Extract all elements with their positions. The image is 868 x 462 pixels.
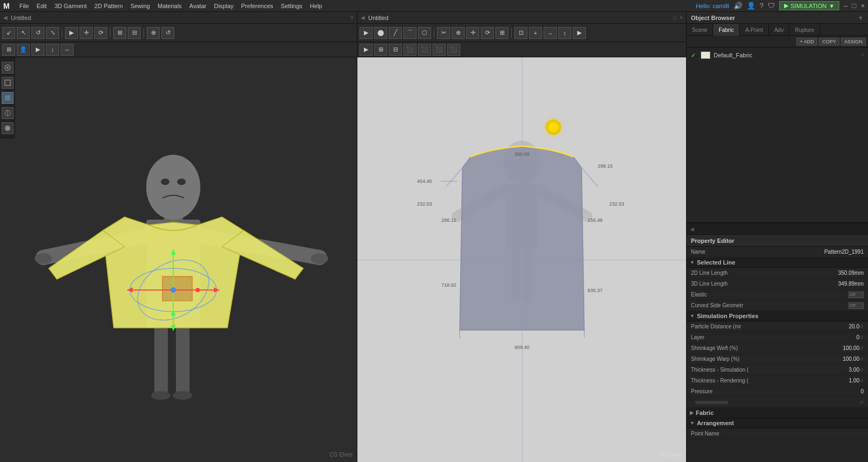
fabric-menu-icon[interactable]: ≡	[861, 52, 864, 58]
rotate3d-btn[interactable]: ⟳	[94, 27, 107, 39]
pe-value-layer[interactable]: 0	[816, 334, 859, 340]
pe-curved-side-toggle[interactable]: Off	[849, 302, 864, 309]
texture-icon[interactable]	[2, 107, 14, 119]
ob-copy-button[interactable]: COPY	[819, 38, 839, 45]
menu-2d-pattern[interactable]: 2D Pattern	[94, 3, 123, 9]
fabric-list-item[interactable]: ✓ Default_Fabric ≡	[689, 50, 866, 61]
view-btn[interactable]: ⊞	[2, 44, 15, 56]
pe-section-sim-props[interactable]: ▼ Simulation Properties	[687, 311, 868, 321]
pe-trender-reset-icon[interactable]: ↺	[859, 378, 864, 384]
front-view-icon[interactable]	[2, 62, 14, 74]
move-btn[interactable]: ↖	[17, 27, 30, 39]
tb2-btn1[interactable]: ▶	[360, 44, 373, 56]
pe-pressure-slider[interactable]	[695, 401, 728, 404]
zoom-out-btn[interactable]: –	[544, 27, 557, 39]
tb2-btn2[interactable]: ⊞	[374, 44, 387, 56]
pe-sweft-reset-icon[interactable]: ↺	[859, 346, 864, 351]
collapse-arrow-icon[interactable]: ◀	[690, 226, 694, 232]
pe-section-arrangement[interactable]: ▼ Arrangement	[687, 418, 868, 428]
arrange2-btn[interactable]: ⊟	[128, 27, 141, 39]
pe-particle-reset-icon[interactable]: ↺	[859, 324, 864, 329]
help-icon[interactable]: ?	[760, 2, 763, 10]
sim2-btn[interactable]: ↔	[61, 44, 74, 56]
simulation-button[interactable]: ▶ SIMULATION ▼	[779, 1, 839, 10]
left-title-close-icon[interactable]: ×	[350, 15, 354, 21]
menu-sewing[interactable]: Sewing	[130, 3, 150, 9]
pe-value-thickness-sim[interactable]: 3.00	[816, 367, 859, 373]
move3d-btn[interactable]: ✛	[80, 27, 93, 39]
ob-assign-button[interactable]: ASSIGN	[841, 38, 866, 45]
zoom-in-btn[interactable]: +	[529, 27, 542, 39]
pe-section-selected-line[interactable]: ▼ Selected Line	[687, 258, 868, 268]
menu-preferences[interactable]: Preferences	[241, 3, 273, 9]
menu-3d-garment[interactable]: 3D Garment	[54, 3, 87, 9]
mirror-btn[interactable]: ⊞	[495, 27, 508, 39]
move2d-btn[interactable]: ✛	[466, 27, 479, 39]
pe-tsim-reset-icon[interactable]: ↺	[859, 367, 864, 373]
minimize-icon[interactable]: –	[844, 2, 847, 10]
tb2-btn7[interactable]: ⬛	[447, 44, 460, 56]
chevron-down-icon-sim: ▼	[690, 313, 695, 319]
select-2d-btn[interactable]: ▶	[360, 27, 373, 39]
pe-swarp-reset-icon[interactable]: ↺	[859, 357, 864, 362]
ob-tab-fabric[interactable]: Fabric	[713, 24, 740, 36]
pe-layer-reset-icon[interactable]: ↺	[859, 335, 864, 340]
tb2-btn3[interactable]: ⊟	[389, 44, 402, 56]
pe-value-shrinkage-warp[interactable]: 100.00	[816, 356, 859, 362]
reset-btn[interactable]: ↺	[161, 27, 174, 39]
volume-icon[interactable]: 🔊	[734, 2, 742, 10]
curve-btn[interactable]: ⌒	[403, 27, 416, 39]
ob-add-button[interactable]: + ADD	[797, 38, 817, 45]
line-btn[interactable]: ╱	[389, 27, 402, 39]
tb2-btn6[interactable]: ⬛	[433, 44, 446, 56]
tb2-btn4[interactable]: ⬛	[403, 44, 416, 56]
menu-help[interactable]: Help	[310, 3, 322, 9]
left-3d-viewport[interactable]: CG Elves	[0, 57, 357, 462]
maximize-icon[interactable]: □	[852, 2, 857, 10]
middle-expand-icon[interactable]: □	[673, 15, 676, 21]
pe-section-fabric[interactable]: ▶ Fabric	[687, 408, 868, 418]
side-view-icon[interactable]	[2, 77, 14, 89]
pe-elastic-toggle[interactable]: Off	[849, 292, 864, 298]
menu-settings[interactable]: Settings	[281, 3, 303, 9]
avatar-btn[interactable]: 👤	[17, 44, 30, 56]
scissors-btn[interactable]: ✂	[437, 27, 450, 39]
scale-btn[interactable]: ⤡	[46, 27, 59, 39]
zoom-fit-btn[interactable]: ⊡	[514, 27, 527, 39]
sim3-btn[interactable]: ▶	[573, 27, 586, 39]
garment-btn[interactable]: ▶	[31, 44, 44, 56]
render-icon[interactable]	[2, 122, 14, 134]
menu-avatar[interactable]: Avatar	[190, 3, 207, 9]
select-btn[interactable]: ▶	[65, 27, 78, 39]
ob-collapse-icon[interactable]: ▼	[858, 15, 864, 21]
middle-close-icon[interactable]: ×	[680, 15, 683, 21]
sew-btn[interactable]: ⊕	[452, 27, 465, 39]
point-btn[interactable]: ⬤	[374, 27, 387, 39]
arrange-2d-btn[interactable]: ↕	[558, 27, 571, 39]
select-transform-btn[interactable]: ↙	[2, 27, 15, 39]
material-icon[interactable]	[2, 92, 14, 104]
shield-icon[interactable]: 🛡	[768, 2, 775, 10]
pe-value-particle[interactable]: 20.0	[816, 324, 859, 329]
arrange-btn[interactable]: ⊞	[113, 27, 126, 39]
pe-value-shrinkage-weft[interactable]: 100.00	[816, 345, 859, 351]
snap-btn[interactable]: ⊕	[147, 27, 160, 39]
tb2-btn5[interactable]: ⬛	[418, 44, 431, 56]
middle-2d-viewport[interactable]: 454.45 350.09 298.15 232.53 232.53 286.1…	[357, 57, 686, 462]
ob-tab-adv[interactable]: Adv	[769, 24, 789, 36]
rotate2d-btn[interactable]: ⟳	[481, 27, 494, 39]
polygon-btn[interactable]: ⬡	[418, 27, 431, 39]
menu-materials[interactable]: Materials	[158, 3, 182, 9]
menu-edit[interactable]: Edit	[36, 3, 47, 9]
rotate-btn[interactable]: ↺	[31, 27, 44, 39]
ob-tab-apoint[interactable]: A-Point	[740, 24, 769, 36]
ob-tab-scene[interactable]: Scene	[687, 24, 713, 36]
close-icon[interactable]: ×	[860, 2, 865, 10]
pe-pressure-reset-icon[interactable]: ↺	[859, 400, 864, 405]
ob-tab-rupture[interactable]: Rupture	[789, 24, 820, 36]
menu-file[interactable]: File	[19, 3, 29, 9]
fabric2-btn[interactable]: ↕	[46, 44, 59, 56]
pe-value-thickness-render[interactable]: 1.00	[816, 378, 859, 384]
user-icon[interactable]: 👤	[747, 2, 755, 10]
menu-display[interactable]: Display	[214, 3, 233, 9]
